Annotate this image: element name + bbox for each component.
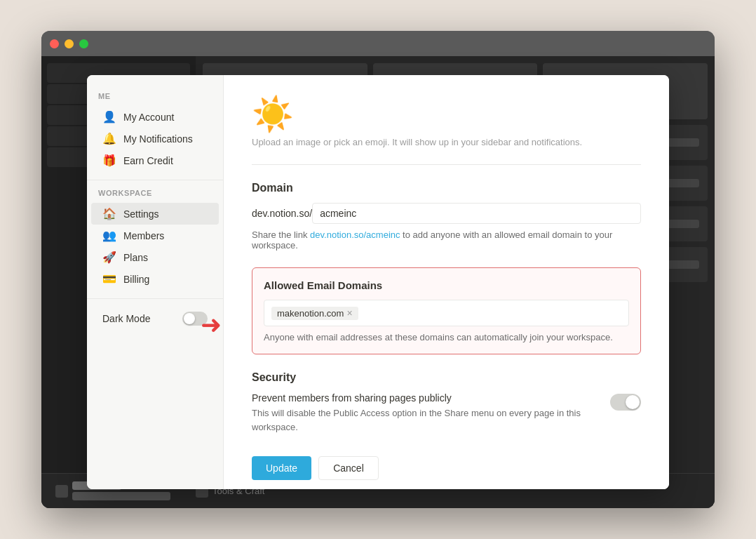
action-row: Update Cancel [252, 456, 641, 480]
sidebar-divider [87, 180, 223, 180]
sidebar-item-my-notifications[interactable]: 🔔 My Notifications [91, 128, 219, 149]
sidebar-item-label: Members [123, 230, 164, 241]
sidebar-item-earn-credit[interactable]: 🎁 Earn Credit [91, 149, 219, 171]
sidebar-item-label: Plans [123, 252, 148, 263]
email-tag-input[interactable]: makenotion.com × [264, 300, 629, 326]
security-row: Prevent members from sharing pages publi… [252, 392, 641, 434]
sidebar-item-plans[interactable]: 🚀 Plans [91, 246, 219, 268]
sidebar-item-members[interactable]: 👥 Members [91, 225, 219, 246]
billing-icon: 💳 [102, 272, 116, 286]
me-section-label: ME [87, 92, 223, 106]
domain-section: Domain dev.notion.so/ Share the link dev… [252, 182, 641, 251]
workspace-emoji[interactable]: ☀️ [252, 98, 641, 131]
domain-row: dev.notion.so/ [252, 203, 641, 224]
prevent-sharing-toggle[interactable] [610, 394, 641, 411]
workspace-icon-description: Upload an image or pick an emoji. It wil… [252, 137, 641, 147]
window-content: Tools & Craft ME 👤 My Account 🔔 My Notif… [41, 56, 715, 508]
allowed-email-title: Allowed Email Domains [264, 279, 629, 291]
settings-modal: ME 👤 My Account 🔔 My Notifications 🎁 Ear… [87, 75, 669, 489]
close-button[interactable] [50, 39, 59, 48]
earn-credit-icon: 🎁 [102, 154, 116, 167]
domain-link[interactable]: dev.notion.so/acmeinc [310, 229, 400, 240]
toggle-knob [184, 313, 195, 324]
security-section: Security Prevent members from sharing pa… [252, 371, 641, 434]
workspace-section-label: WORKSPACE [87, 189, 223, 203]
plans-icon: 🚀 [102, 251, 116, 264]
workspace-icon-section: ☀️ Upload an image or pick an emoji. It … [252, 98, 641, 165]
cancel-button[interactable]: Cancel [318, 456, 379, 480]
notifications-icon: 🔔 [102, 132, 116, 145]
email-tag: makenotion.com × [271, 307, 358, 320]
sidebar-item-label: My Account [123, 112, 174, 123]
titlebar [41, 31, 715, 56]
settings-main-content: ☀️ Upload an image or pick an emoji. It … [224, 75, 669, 489]
sidebar-item-my-account[interactable]: 👤 My Account [91, 106, 219, 128]
dark-mode-row: Dark Mode [91, 307, 219, 330]
sidebar-item-settings[interactable]: 🏠 Settings [91, 203, 219, 225]
sidebar-item-label: My Notifications [123, 133, 193, 145]
email-tag-text: makenotion.com [277, 308, 344, 319]
domain-desc-before: Share the link [252, 229, 310, 240]
maximize-button[interactable] [79, 39, 88, 48]
account-icon: 👤 [102, 110, 116, 124]
sidebar-item-label: Earn Credit [123, 155, 173, 166]
security-title: Security [252, 371, 641, 384]
settings-sidebar: ME 👤 My Account 🔔 My Notifications 🎁 Ear… [87, 75, 224, 489]
dark-mode-label: Dark Mode [102, 313, 150, 324]
app-window: Tools & Craft ME 👤 My Account 🔔 My Notif… [41, 31, 715, 508]
allowed-email-description: Anyone with email addresses at these dom… [264, 332, 629, 342]
sidebar-item-billing[interactable]: 💳 Billing [91, 268, 219, 290]
allowed-email-box: Allowed Email Domains makenotion.com × A… [252, 267, 641, 354]
prevent-sharing-label: Prevent members from sharing pages publi… [252, 392, 599, 404]
minimize-button[interactable] [65, 39, 74, 48]
domain-title: Domain [252, 182, 641, 194]
sidebar-item-label: Billing [123, 274, 149, 285]
update-button[interactable]: Update [252, 456, 311, 480]
email-tag-remove-button[interactable]: × [346, 308, 352, 318]
red-arrow: ➜ [201, 310, 222, 340]
sidebar-divider-2 [87, 298, 223, 299]
sidebar-item-label: Settings [123, 208, 159, 220]
domain-description: Share the link dev.notion.so/acmeinc to … [252, 229, 641, 251]
settings-icon: 🏠 [102, 207, 116, 220]
prevent-sharing-desc: This will disable the Public Access opti… [252, 406, 599, 434]
security-text: Prevent members from sharing pages publi… [252, 392, 599, 434]
members-icon: 👥 [102, 229, 116, 242]
domain-input[interactable] [312, 203, 641, 224]
toggle-off-knob [626, 395, 640, 409]
domain-prefix: dev.notion.so/ [252, 208, 312, 219]
